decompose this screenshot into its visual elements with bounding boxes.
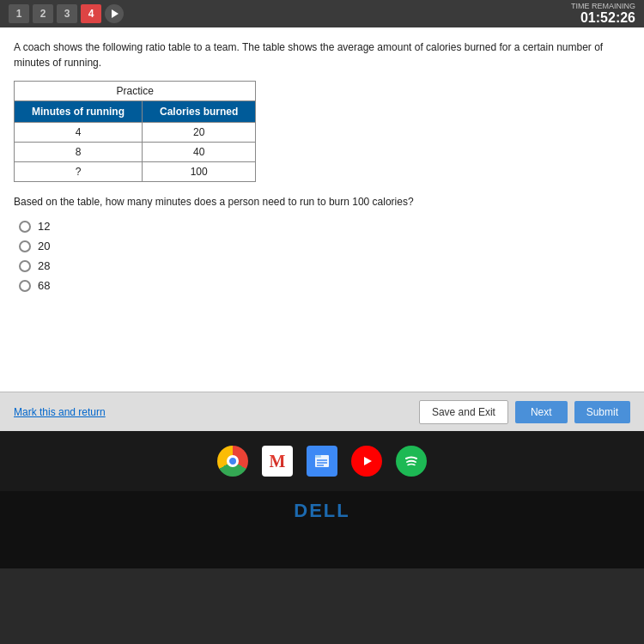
tab-2[interactable]: 2	[33, 4, 53, 23]
row3-col2: 100	[142, 162, 255, 182]
mark-return-link[interactable]: Mark this and return	[14, 406, 106, 418]
option-12-label: 12	[38, 220, 50, 233]
submit-button[interactable]: Submit	[574, 401, 630, 423]
spotify-icon[interactable]	[396, 446, 427, 477]
top-bar: 1 2 3 4 TIME REMAINING 01:52:26	[0, 0, 644, 27]
svg-rect-1	[315, 455, 321, 458]
dell-logo: DELL	[294, 500, 349, 522]
play-icon	[112, 9, 118, 18]
radio-28[interactable]	[19, 260, 31, 272]
files-icon[interactable]	[307, 446, 337, 477]
time-value: 01:52:26	[571, 10, 635, 26]
question-tabs: 1 2 3 4	[9, 4, 124, 23]
table-wrapper: Practice Minutes of running Calories bur…	[14, 81, 630, 182]
svg-marker-5	[364, 457, 372, 465]
tab-4[interactable]: 4	[81, 4, 101, 23]
sub-question: Based on the table, how many minutes doe…	[14, 194, 630, 210]
row1-col1: 4	[15, 123, 143, 143]
row2-col2: 40	[142, 143, 255, 162]
answer-options: 12 20 28 68	[19, 220, 630, 292]
option-68-label: 68	[38, 279, 50, 292]
laptop-body: M	[0, 431, 644, 644]
save-exit-button[interactable]: Save and Exit	[419, 400, 508, 424]
youtube-icon[interactable]	[351, 446, 382, 477]
gmail-letter: M	[270, 452, 286, 471]
table-row: 8 40	[15, 143, 256, 162]
bottom-bar: Mark this and return Save and Exit Next …	[0, 392, 644, 431]
option-28-label: 28	[38, 259, 50, 272]
time-remaining: TIME REMAINING 01:52:26	[571, 2, 635, 26]
col2-header: Calories burned	[142, 101, 255, 123]
col1-header: Minutes of running	[15, 101, 143, 123]
next-button[interactable]: Next	[515, 401, 568, 423]
radio-20[interactable]	[19, 240, 31, 252]
bottom-buttons: Save and Exit Next Submit	[419, 400, 630, 424]
option-12[interactable]: 12	[19, 220, 630, 233]
tab-3[interactable]: 3	[57, 4, 77, 23]
laptop-bottom: DELL	[0, 491, 644, 568]
option-20-label: 20	[38, 240, 50, 252]
monitor: 1 2 3 4 TIME REMAINING 01:52:26 A coach …	[0, 0, 644, 644]
practice-table: Practice Minutes of running Calories bur…	[14, 81, 256, 182]
question-text: A coach shows the following ratio table …	[14, 39, 630, 70]
row2-col1: 8	[15, 143, 143, 162]
play-button[interactable]	[105, 4, 124, 23]
taskbar: M	[0, 431, 644, 491]
time-label: TIME REMAINING	[571, 2, 635, 10]
row3-col1: ?	[15, 162, 143, 182]
tab-1[interactable]: 1	[9, 4, 29, 23]
chrome-inner-circle	[227, 455, 239, 467]
row1-col2: 20	[142, 123, 255, 143]
radio-68[interactable]	[19, 280, 31, 292]
radio-12[interactable]	[19, 221, 31, 233]
gmail-icon[interactable]: M	[262, 446, 293, 477]
option-68[interactable]: 68	[19, 279, 630, 292]
option-20[interactable]: 20	[19, 240, 630, 252]
option-28[interactable]: 28	[19, 259, 630, 272]
table-row: 4 20	[15, 123, 256, 143]
youtube-svg	[358, 455, 375, 467]
files-svg	[313, 453, 331, 470]
quiz-screen: A coach shows the following ratio table …	[0, 27, 644, 431]
table-title: Practice	[15, 82, 256, 101]
spotify-svg	[402, 452, 421, 471]
table-row: ? 100	[15, 162, 256, 182]
question-content: A coach shows the following ratio table …	[0, 27, 644, 392]
chrome-icon[interactable]	[217, 446, 248, 477]
